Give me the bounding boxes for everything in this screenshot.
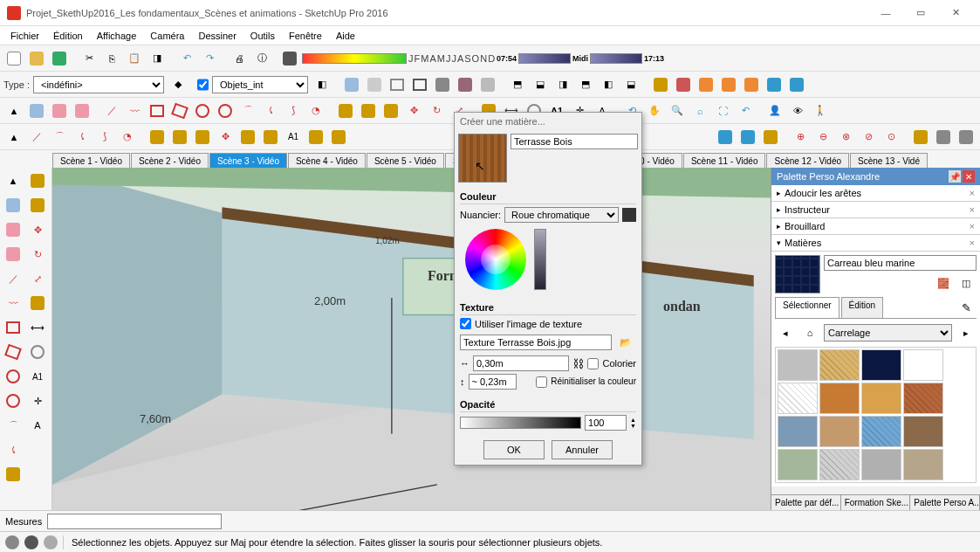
create-material-button[interactable]: 🧱 xyxy=(933,273,954,293)
redo-button[interactable]: ↷ xyxy=(199,48,220,69)
section-display-button[interactable] xyxy=(718,74,739,95)
menu-outils[interactable]: Outils xyxy=(243,28,282,44)
line-tool[interactable]: ／ xyxy=(101,100,122,121)
collection-select[interactable]: Carrelage xyxy=(824,324,952,342)
reset-color-checkbox[interactable] xyxy=(536,376,547,388)
lt-pushpull[interactable] xyxy=(2,463,24,486)
send-model-button[interactable] xyxy=(650,74,671,95)
tab-edit[interactable]: Édition xyxy=(841,297,884,318)
lt-freehand[interactable]: 〰 xyxy=(2,292,24,314)
material-cell-9[interactable] xyxy=(819,416,860,447)
sandbox2-button[interactable] xyxy=(328,127,349,148)
sandbox1-button[interactable] xyxy=(305,127,326,148)
measurement-input[interactable] xyxy=(47,514,222,529)
current-material-name[interactable] xyxy=(824,255,977,271)
material-cell-1[interactable] xyxy=(819,349,860,381)
texture-width-input[interactable] xyxy=(473,355,569,371)
material-cell-7[interactable] xyxy=(903,383,943,414)
arc2-tool[interactable]: ⌒ xyxy=(49,127,70,148)
look-button[interactable] xyxy=(786,74,807,95)
select-tool[interactable]: ▲ xyxy=(3,100,24,121)
circle-tool[interactable] xyxy=(192,100,213,121)
layer-select[interactable]: Objets_int xyxy=(212,76,308,93)
solid-union-button[interactable]: ⊕ xyxy=(790,127,811,148)
move-tool[interactable]: ✥ xyxy=(403,100,424,121)
new-file-button[interactable] xyxy=(3,48,24,69)
material-cell-8[interactable] xyxy=(778,416,818,447)
texture-height-input[interactable] xyxy=(469,374,517,390)
lt-followme[interactable] xyxy=(26,169,49,192)
material-cell-12[interactable] xyxy=(778,449,818,480)
status-icon-3[interactable] xyxy=(44,535,58,549)
undo-button[interactable]: ↶ xyxy=(176,48,197,69)
opacity-input[interactable] xyxy=(585,415,627,431)
lt-eraser[interactable] xyxy=(2,218,24,241)
close-button[interactable]: ✕ xyxy=(938,0,973,26)
3pt-arc-tool[interactable]: ⟆ xyxy=(283,100,304,121)
zoom-tool[interactable]: 🔍 xyxy=(667,100,688,121)
shaded-button[interactable] xyxy=(432,74,453,95)
lt-offset[interactable] xyxy=(26,194,49,217)
look-around-tool[interactable]: 👁 xyxy=(787,100,808,121)
paste-button[interactable]: 📋 xyxy=(124,48,145,69)
texture-file-input[interactable] xyxy=(460,335,612,350)
lt-circle[interactable] xyxy=(2,365,24,388)
scene-tab-1[interactable]: Scène 1 - Vidéo xyxy=(52,153,130,169)
menu-affichage[interactable]: Affichage xyxy=(90,28,144,44)
pushpull-tool[interactable] xyxy=(335,100,356,121)
solid-trim-button[interactable]: ⊗ xyxy=(835,127,856,148)
layer-manager-button[interactable]: ◧ xyxy=(312,74,332,95)
zoom-window-tool[interactable]: ⌕ xyxy=(689,100,710,121)
material-cell-6[interactable] xyxy=(861,383,901,414)
cut-button[interactable]: ✂ xyxy=(79,48,99,69)
menu-fenetre[interactable]: Fenêtre xyxy=(282,28,329,44)
shadow-toggle-button[interactable] xyxy=(279,48,300,69)
left-view-button[interactable]: ◧ xyxy=(598,74,619,95)
solid1-button[interactable] xyxy=(147,127,168,148)
previous-view-tool[interactable]: ↶ xyxy=(735,100,756,121)
mono-button[interactable] xyxy=(477,74,498,95)
walk-tool-b[interactable]: 🚶 xyxy=(810,100,831,121)
current-material-swatch[interactable] xyxy=(775,255,820,293)
opacity-slider[interactable] xyxy=(460,417,581,429)
status-icon-2[interactable] xyxy=(24,535,38,549)
dim-label-tool[interactable]: A1 xyxy=(283,127,304,148)
picker-select[interactable]: Roue chromatique xyxy=(504,207,619,223)
lt-3dtext[interactable]: A xyxy=(26,414,49,437)
menu-aide[interactable]: Aide xyxy=(329,28,362,44)
lt-text[interactable]: A1 xyxy=(26,365,49,388)
hidden-line-button[interactable] xyxy=(409,74,430,95)
use-texture-checkbox[interactable] xyxy=(460,318,471,329)
menu-dessiner[interactable]: Dessiner xyxy=(191,28,243,44)
menu-fichier[interactable]: Fichier xyxy=(3,28,46,44)
2pt-arc-tool[interactable]: ⤹ xyxy=(260,100,281,121)
top-view-button[interactable]: ⬒ xyxy=(507,74,528,95)
colorize-checkbox[interactable] xyxy=(587,358,599,369)
ok-button[interactable]: OK xyxy=(483,440,545,459)
material-cell-10[interactable] xyxy=(861,416,901,447)
tab-select[interactable]: Sélectionner xyxy=(775,297,840,318)
lt-polygon[interactable] xyxy=(2,390,24,412)
lt-axes[interactable]: ✛ xyxy=(26,390,49,412)
layer-visible-checkbox[interactable] xyxy=(197,76,209,93)
material-cell-2[interactable] xyxy=(861,349,901,381)
extension-button[interactable] xyxy=(933,127,954,148)
shaded-tex-button[interactable] xyxy=(455,74,476,95)
arc4-tool[interactable]: ⟆ xyxy=(94,127,115,148)
material-cell-3[interactable] xyxy=(903,349,943,381)
lt-select[interactable]: ▲ xyxy=(2,169,24,192)
lt-protractor[interactable] xyxy=(26,341,49,363)
rotated-rect-tool[interactable] xyxy=(169,100,190,121)
rectangle-tool[interactable] xyxy=(147,100,168,121)
solid-intersect-button[interactable]: ⊘ xyxy=(858,127,879,148)
acc-materials-close[interactable]: × xyxy=(970,238,975,248)
time-slider-2[interactable] xyxy=(590,53,642,64)
walk-button[interactable] xyxy=(764,74,785,95)
solid2-button[interactable] xyxy=(169,127,190,148)
lt-paint[interactable] xyxy=(2,243,24,266)
material-cell-0[interactable] xyxy=(778,349,818,381)
time-slider[interactable] xyxy=(518,53,571,64)
lt-tape[interactable] xyxy=(26,292,49,314)
opacity-spinner[interactable]: ▲▼ xyxy=(630,417,636,429)
zoom-extents-tool[interactable]: ⛶ xyxy=(712,100,733,121)
